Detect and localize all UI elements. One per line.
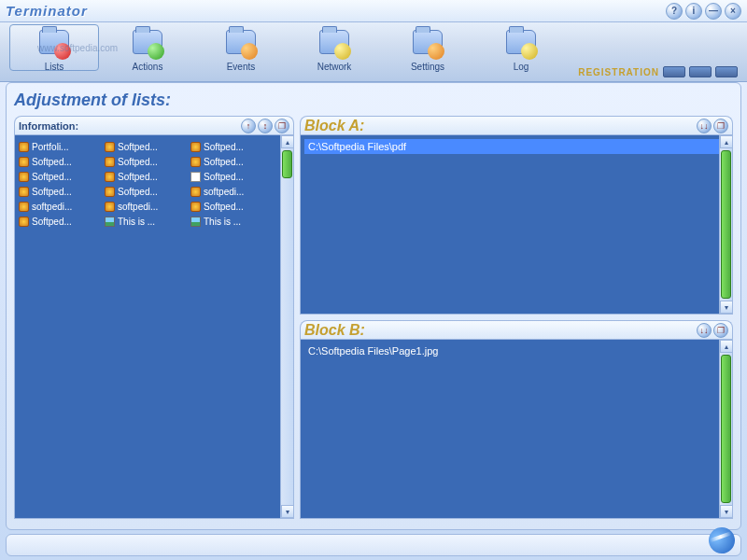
list-item[interactable]: Softped... xyxy=(105,169,189,184)
info-up-button[interactable]: ↑ xyxy=(241,119,256,133)
list-item[interactable]: softpedi... xyxy=(19,199,103,214)
block-b-panel: Block B: ↓↓ ❐ C:\Softpedia Files\Page1.j… xyxy=(300,320,733,519)
block-a-copy-button[interactable]: ❐ xyxy=(713,119,728,133)
info-copy-button[interactable]: ❐ xyxy=(275,119,289,133)
list-item[interactable]: softpedi... xyxy=(105,199,189,214)
help-button[interactable]: ? xyxy=(666,3,683,20)
badge-icon xyxy=(241,43,258,60)
block-b-scrollbar[interactable]: ▴ ▾ xyxy=(719,340,732,518)
toolbar-item-events[interactable]: Events xyxy=(194,26,288,78)
toolbar-label: Actions xyxy=(133,62,163,72)
registration-indicator xyxy=(689,66,712,77)
list-item[interactable]: This is ... xyxy=(190,214,275,229)
lock-icon xyxy=(19,217,29,227)
list-item-label: softpedi... xyxy=(118,202,158,212)
badge-icon xyxy=(521,43,538,60)
list-item[interactable]: Softped... xyxy=(19,214,103,229)
list-item-label: Softped... xyxy=(32,172,72,182)
lock-icon xyxy=(19,142,29,152)
list-item[interactable]: Softped... xyxy=(105,139,189,154)
folder-icon xyxy=(316,26,353,60)
doc-icon xyxy=(190,172,201,182)
list-item[interactable]: softpedi... xyxy=(190,184,275,199)
arrows-icon: ↕ xyxy=(263,121,268,131)
status-bar xyxy=(6,534,741,556)
list-item-label: softpedi... xyxy=(204,187,244,197)
scroll-down-icon[interactable]: ▾ xyxy=(720,301,733,314)
info-button[interactable]: i xyxy=(685,3,702,20)
list-item[interactable]: Softped... xyxy=(19,154,103,169)
list-item[interactable]: This is ... xyxy=(105,214,189,229)
list-item[interactable]: Softped... xyxy=(190,154,275,169)
list-item-label: Softped... xyxy=(32,187,72,197)
list-item-label: Softped... xyxy=(32,217,72,227)
scroll-up-icon[interactable]: ▴ xyxy=(720,135,733,148)
scroll-thumb[interactable] xyxy=(721,150,731,299)
arrow-up-icon: ↑ xyxy=(247,121,251,131)
lock-icon xyxy=(19,202,29,212)
lock-icon xyxy=(190,142,201,152)
lock-icon xyxy=(105,187,115,197)
block-a-panel: Block A: ↓↓ ❐ C:\Softpedia Files\pdf ▴ ▾ xyxy=(300,116,733,315)
list-item-label: Softped... xyxy=(118,157,158,167)
block-b-copy-button[interactable]: ❐ xyxy=(713,323,728,338)
list-item-label: This is ... xyxy=(204,217,241,227)
list-item[interactable]: Softped... xyxy=(190,139,275,154)
info-updown-button[interactable]: ↕ xyxy=(258,119,273,133)
page-title: Adjustment of lists: xyxy=(14,91,733,110)
toolbar-label: Log xyxy=(514,62,529,72)
block-item[interactable]: C:\Softpedia Files\Page1.jpg xyxy=(304,343,728,358)
folder-icon xyxy=(409,26,446,60)
list-item-label: Softped... xyxy=(32,157,72,167)
list-item[interactable]: Softped... xyxy=(190,169,275,184)
scroll-down-icon[interactable]: ▾ xyxy=(281,505,294,518)
lock-icon xyxy=(190,187,201,197)
lock-icon xyxy=(190,157,201,167)
list-item[interactable]: Softped... xyxy=(190,199,275,214)
block-a-body: C:\Softpedia Files\pdf ▴ ▾ xyxy=(300,134,733,315)
scroll-up-icon[interactable]: ▴ xyxy=(720,340,733,353)
toolbar-item-log[interactable]: Log xyxy=(474,26,568,78)
block-a-title: Block A: xyxy=(304,118,697,134)
block-a-scrollbar[interactable]: ▴ ▾ xyxy=(719,135,732,314)
list-item-label: This is ... xyxy=(118,217,155,227)
scroll-up-icon[interactable]: ▴ xyxy=(281,135,294,148)
copy-icon: ❐ xyxy=(717,121,725,131)
toolbar-item-network[interactable]: Network xyxy=(288,26,381,78)
registration-area: REGISTRATION xyxy=(578,66,738,77)
list-item[interactable]: Softped... xyxy=(19,184,103,199)
info-scrollbar[interactable]: ▴ ▾ xyxy=(280,135,293,518)
list-item-label: Portfoli... xyxy=(32,142,68,152)
folder-icon xyxy=(502,26,540,60)
lock-icon xyxy=(105,157,115,167)
info-panel-body: Portfoli...Softped...Softped...Softped..… xyxy=(14,134,294,519)
block-a-down-button[interactable]: ↓↓ xyxy=(697,119,712,133)
arrows-down-icon: ↓↓ xyxy=(700,121,709,131)
block-b-header: Block B: ↓↓ ❐ xyxy=(300,320,733,339)
minimize-button[interactable]: — xyxy=(705,3,722,20)
list-item[interactable]: Softped... xyxy=(105,184,189,199)
registration-indicator xyxy=(715,66,738,77)
lock-icon xyxy=(105,142,115,152)
list-item-label: Softped... xyxy=(204,172,244,182)
block-b-down-button[interactable]: ↓↓ xyxy=(697,323,712,338)
list-item-label: Softped... xyxy=(118,187,158,197)
block-item[interactable]: C:\Softpedia Files\pdf xyxy=(304,139,728,154)
toolbar-item-settings[interactable]: Settings xyxy=(381,26,474,78)
information-panel: Information: ↑ ↕ ❐ Portfoli...Softped...… xyxy=(14,116,294,519)
badge-icon xyxy=(148,43,164,60)
block-b-body: C:\Softpedia Files\Page1.jpg ▴ ▾ xyxy=(300,339,733,519)
scroll-thumb[interactable] xyxy=(721,355,731,503)
list-item[interactable]: Portfoli... xyxy=(19,139,103,154)
copy-icon: ❐ xyxy=(278,121,286,131)
close-button[interactable]: × xyxy=(725,3,741,20)
scroll-down-icon[interactable]: ▾ xyxy=(720,505,733,518)
registration-label[interactable]: REGISTRATION xyxy=(578,67,659,77)
list-item[interactable]: Softped... xyxy=(19,169,103,184)
block-a-header: Block A: ↓↓ ❐ xyxy=(300,116,733,134)
scroll-thumb[interactable] xyxy=(282,150,292,178)
list-item-label: softpedi... xyxy=(32,202,72,212)
img-icon xyxy=(190,217,201,227)
list-item[interactable]: Softped... xyxy=(105,154,189,169)
copy-icon: ❐ xyxy=(717,326,725,335)
